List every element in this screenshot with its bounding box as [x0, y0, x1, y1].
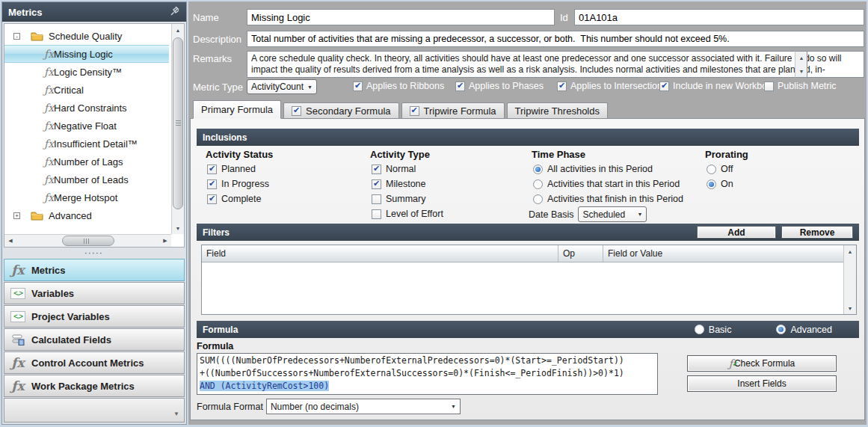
include-in-new-workbook-checkbox[interactable] [659, 82, 669, 91]
collapse-expander-icon[interactable] [13, 33, 20, 40]
date-basis-dropdown[interactable]: Scheduled [578, 206, 647, 222]
fx-icon [44, 191, 54, 203]
accordion-calculated-fields[interactable]: Calculated Fields [4, 328, 185, 351]
description-input[interactable] [247, 31, 864, 47]
in-progress-checkbox[interactable] [207, 179, 217, 189]
accordion-footer [4, 398, 185, 423]
name-input[interactable] [247, 9, 555, 25]
tree-item-insufficient-detail[interactable]: Insufficient Detail™ [4, 135, 170, 153]
tree-item-missing-logic[interactable]: Missing Logic [4, 45, 169, 63]
basic-radio[interactable] [695, 325, 704, 334]
remarks-scrollbar[interactable] [795, 51, 807, 78]
activities-finish-radio[interactable] [533, 194, 543, 204]
variables-icon [10, 311, 25, 322]
accordion-project-variables[interactable]: Project Variables [4, 305, 185, 328]
tripwire-formula-checkbox[interactable] [410, 106, 419, 116]
column-header-field-or-value[interactable]: Field or Value [603, 245, 843, 262]
activity-status-heading: Activity Status [206, 149, 273, 160]
tab-tripwire-thresholds[interactable]: Tripwire Thresholds [507, 102, 608, 119]
planned-checkbox[interactable] [207, 165, 217, 174]
description-label: Description [193, 34, 241, 45]
formula-line: SUM((((NumberOfPredecessors+NumberofExte… [200, 354, 655, 367]
scroll-left-icon[interactable] [4, 235, 16, 247]
complete-checkbox[interactable] [207, 194, 217, 204]
prorating-on-radio[interactable] [707, 179, 716, 189]
all-activities-radio[interactable] [533, 165, 543, 174]
remarks-label: Remarks [193, 53, 232, 64]
applies-to-intersection-checkbox[interactable] [557, 82, 567, 91]
tree-item-hard-constraints[interactable]: Hard Constraints [4, 99, 170, 117]
tree-item-number-of-leads[interactable]: Number of Leads [4, 171, 170, 188]
formula-format-label: Formula Format [197, 402, 263, 412]
calculated-fields-icon [10, 334, 25, 345]
milestone-option: Milestone [372, 179, 426, 189]
fx-icon [10, 355, 25, 370]
fx-icon [44, 120, 54, 132]
tree-folder-advanced[interactable]: Advanced [4, 206, 170, 224]
prorating-off-radio[interactable] [707, 165, 716, 174]
tree-item-critical[interactable]: Critical [4, 81, 170, 99]
include-in-new-workbook-option: Include in new Workbc [659, 81, 767, 91]
check-formula-button[interactable]: Check Formula [687, 355, 837, 372]
activities-start-radio[interactable] [533, 179, 543, 189]
summary-option: Summary [372, 194, 425, 204]
milestone-checkbox[interactable] [372, 179, 381, 189]
accordion-work-package-metrics[interactable]: Work Package Metrics [4, 375, 185, 397]
formula-format-dropdown[interactable]: Number (no decimals) [266, 399, 461, 414]
scroll-down-icon[interactable] [844, 302, 856, 314]
tree-horizontal-scrollbar[interactable] [4, 234, 171, 247]
scroll-up-icon[interactable] [795, 52, 807, 64]
tree-item-negative-float[interactable]: Negative Float [4, 117, 170, 135]
scroll-up-icon[interactable] [172, 24, 184, 36]
inclusions-header: Inclusions [197, 129, 859, 146]
summary-checkbox[interactable] [372, 194, 381, 204]
remove-filter-button[interactable]: Remove [781, 226, 853, 239]
splitter-handle[interactable] [4, 249, 185, 257]
date-basis-row: Date Basis Scheduled [529, 206, 647, 222]
insert-fields-button[interactable]: Insert Fields [687, 375, 837, 392]
accordion-variables[interactable]: Variables [4, 282, 185, 304]
scroll-down-icon[interactable] [172, 222, 184, 234]
publish-metric-checkbox[interactable] [764, 82, 774, 91]
level-of-effort-option: Level of Effort [372, 209, 443, 219]
tree-item-logic-density[interactable]: Logic Density™ [4, 63, 170, 81]
pin-icon[interactable] [170, 6, 180, 19]
formula-textarea[interactable]: SUM((((NumberOfPredecessors+NumberofExte… [197, 353, 658, 395]
applies-to-ribbons-checkbox[interactable] [353, 82, 363, 91]
advanced-mode-option: Advanced [776, 325, 832, 335]
tree-vertical-scrollbar[interactable] [171, 24, 184, 234]
metric-type-dropdown[interactable]: ActivityCount [247, 79, 317, 94]
normal-checkbox[interactable] [372, 165, 381, 174]
applies-to-phases-checkbox[interactable] [455, 82, 465, 91]
scroll-up-icon[interactable] [844, 245, 856, 257]
column-header-field[interactable]: Field [202, 245, 558, 262]
complete-option: Complete [207, 194, 262, 204]
tab-tripwire-formula[interactable]: Tripwire Formula [401, 102, 505, 119]
check-formula-icon [729, 357, 733, 369]
prorating-heading: Prorating [705, 149, 748, 160]
fx-icon [44, 173, 54, 185]
secondary-formula-checkbox[interactable] [292, 106, 301, 116]
tree-item-number-of-lags[interactable]: Number of Lags [4, 153, 170, 171]
scroll-right-icon[interactable] [159, 235, 171, 247]
add-filter-button[interactable]: Add [697, 226, 776, 239]
remarks-textarea[interactable]: A core schedule quality check. In theory… [247, 51, 864, 78]
horizontal-scrollbar-thumb[interactable] [62, 236, 114, 246]
level-of-effort-checkbox[interactable] [372, 209, 381, 219]
filters-scrollbar[interactable] [843, 245, 856, 314]
column-header-op[interactable]: Op [558, 245, 603, 262]
expand-expander-icon[interactable] [13, 212, 20, 219]
tree-item-merge-hotspot[interactable]: Merge Hotspot [4, 188, 170, 206]
advanced-radio[interactable] [776, 325, 786, 334]
applies-to-phases-option: Applies to Phases [455, 81, 544, 91]
time-phase-heading: Time Phase [532, 149, 585, 160]
vertical-scrollbar-thumb[interactable] [173, 37, 183, 209]
accordion-control-account-metrics[interactable]: Control Account Metrics [4, 351, 185, 374]
id-input[interactable] [574, 9, 864, 25]
chevron-down-icon[interactable] [173, 411, 179, 417]
tab-primary-formula[interactable]: Primary Formula [193, 100, 281, 119]
scroll-down-icon[interactable] [795, 65, 807, 77]
tab-secondary-formula[interactable]: Secondary Formula [283, 102, 398, 119]
accordion-metrics[interactable]: Metrics [4, 259, 185, 281]
tree-folder-schedule-quality[interactable]: Schedule Quality [4, 27, 170, 45]
